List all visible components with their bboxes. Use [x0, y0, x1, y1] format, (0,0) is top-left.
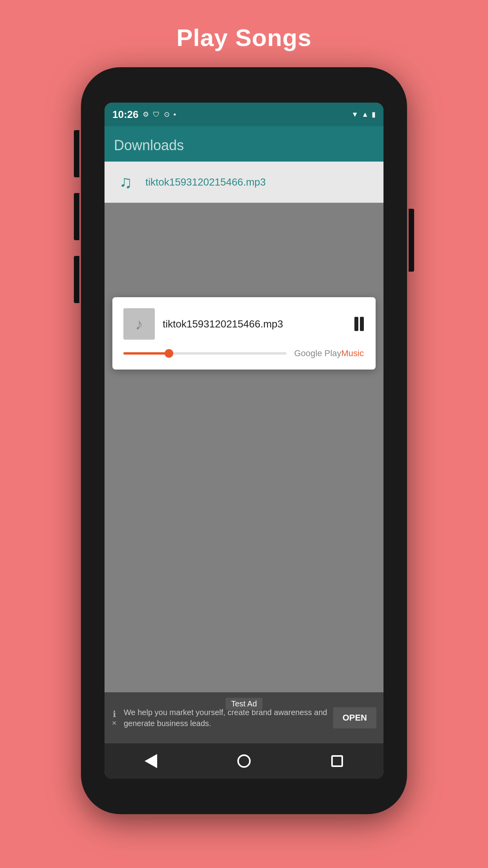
close-icon: ✕ — [112, 719, 117, 727]
player-bottom: Google Play Music — [123, 348, 364, 359]
home-button[interactable] — [232, 749, 256, 773]
ad-info-icon[interactable]: ℹ ✕ — [112, 709, 117, 727]
info-icon: ℹ — [113, 709, 116, 719]
music-note-icon: ♫ — [119, 172, 132, 192]
app-bar-title: Downloads — [114, 137, 184, 154]
pause-bar-right — [360, 317, 364, 331]
recent-button[interactable] — [325, 749, 349, 773]
phone-shell: 10:26 ⚙ 🛡 ⊙ ▪ ▼ ▲ ▮ Downloads ♫ — [81, 67, 407, 814]
back-icon — [145, 754, 157, 768]
recent-icon — [331, 755, 343, 767]
pause-button[interactable] — [354, 317, 364, 331]
page-title: Play Songs — [176, 24, 312, 51]
ad-badge: Test Ad — [226, 698, 262, 710]
album-art: ♪ — [123, 308, 155, 340]
progress-track — [123, 352, 286, 355]
player-top: ♪ tiktok1593120215466.mp3 — [123, 308, 364, 340]
status-bar: 10:26 ⚙ 🛡 ⊙ ▪ ▼ ▲ ▮ — [105, 103, 383, 126]
phone-screen: 10:26 ⚙ 🛡 ⊙ ▪ ▼ ▲ ▮ Downloads ♫ — [105, 103, 383, 779]
source-google-text: Google Play — [294, 348, 341, 359]
nav-bar — [105, 743, 383, 779]
battery-icon: ▮ — [372, 110, 376, 119]
clipboard-icon: ▪ — [174, 110, 176, 119]
album-art-icon: ♪ — [135, 315, 143, 333]
source-music-text: Music — [341, 348, 364, 359]
home-icon — [237, 754, 251, 768]
status-time: 10:26 — [112, 108, 139, 121]
sync-icon: ⊙ — [164, 110, 170, 119]
ad-text: We help you market yourself, create bran… — [124, 707, 328, 729]
progress-bar[interactable] — [123, 352, 286, 355]
ad-bar: ℹ ✕ Test Ad We help you market yourself,… — [105, 692, 383, 743]
content-area: ♪ tiktok1593120215466.mp3 — [105, 203, 383, 692]
shield-icon: 🛡 — [153, 110, 160, 119]
media-player-card: ♪ tiktok1593120215466.mp3 — [112, 297, 376, 370]
status-right: ▼ ▲ ▮ — [351, 110, 376, 119]
gear-icon: ⚙ — [143, 110, 149, 119]
signal-icon: ▲ — [361, 110, 369, 119]
pause-bar-left — [354, 317, 358, 331]
download-filename: tiktok1593120215466.mp3 — [145, 176, 266, 188]
progress-thumb — [165, 349, 173, 358]
status-left: 10:26 ⚙ 🛡 ⊙ ▪ — [112, 108, 176, 121]
download-item[interactable]: ♫ tiktok1593120215466.mp3 — [105, 162, 383, 203]
downloads-list: ♫ tiktok1593120215466.mp3 — [105, 162, 383, 203]
progress-fill — [123, 352, 169, 355]
player-source: Google Play Music — [294, 348, 364, 359]
player-title: tiktok1593120215466.mp3 — [163, 318, 354, 330]
app-bar: Downloads — [105, 126, 383, 162]
status-icons-left: ⚙ 🛡 ⊙ ▪ — [143, 110, 176, 119]
wifi-icon: ▼ — [351, 110, 358, 119]
back-button[interactable] — [139, 749, 163, 773]
music-icon-container: ♫ — [114, 170, 138, 194]
ad-open-button[interactable]: OPEN — [333, 707, 376, 728]
